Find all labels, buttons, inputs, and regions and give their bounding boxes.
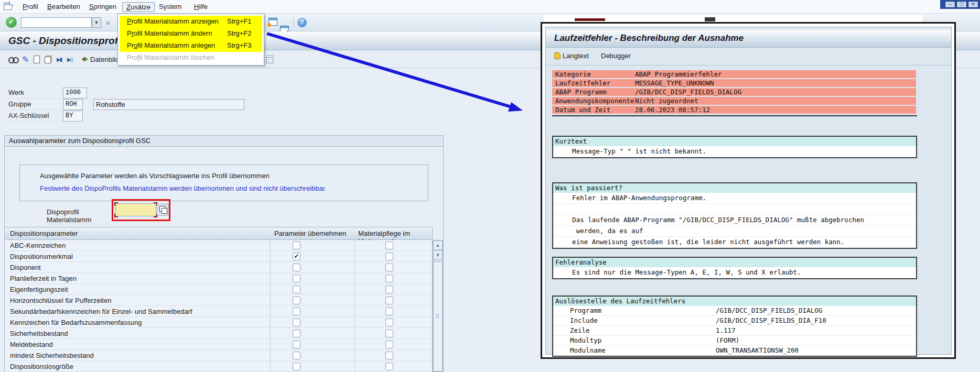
menu-item-zustze[interactable]: Zusätze xyxy=(122,2,155,12)
help-icon[interactable]: ? xyxy=(297,18,307,27)
cropped-mark xyxy=(575,18,605,21)
enter-icon[interactable]: ✓ xyxy=(6,17,17,28)
scrollbar-thumb[interactable]: ⠿ xyxy=(433,261,443,371)
command-input[interactable] xyxy=(21,17,92,28)
background-checkbox[interactable] xyxy=(385,297,393,304)
param-checkbox[interactable]: ✔ xyxy=(293,253,300,260)
menu-item-profil[interactable]: Profil xyxy=(19,2,42,12)
table-row: Dispositionsmerkmal✔ xyxy=(5,251,432,262)
werk-field[interactable]: 1000 xyxy=(63,87,87,99)
collapse-toolbar-icon[interactable]: « xyxy=(106,18,110,27)
dropdown-item[interactable]: Profil Materialstamm ändernStrg+F2 xyxy=(120,28,262,40)
param-checkbox[interactable] xyxy=(293,341,300,348)
background-checkbox[interactable] xyxy=(385,319,393,326)
divider-line xyxy=(552,115,917,116)
system-menu-icon[interactable] xyxy=(4,3,12,10)
command-dropdown-icon[interactable]: ▼ xyxy=(92,17,101,28)
gruppe-field[interactable]: ROH xyxy=(63,99,83,110)
location-field-label: Include xyxy=(570,316,598,325)
error-field-row: LaufzeitfehlerMESSAGE_TYPE_UNKNOWN xyxy=(552,79,916,87)
background-checkbox[interactable] xyxy=(385,264,393,271)
scrollbar-grip: ⠿ xyxy=(435,313,439,320)
scroll-document-icon xyxy=(554,52,561,59)
table-row: Dispositionslosgröße xyxy=(5,361,432,372)
create-icon[interactable] xyxy=(34,54,40,64)
ausloesestelle-box: Auslösestelle des Laufzeitfehlers Progra… xyxy=(552,296,917,357)
display-icon[interactable] xyxy=(8,54,19,64)
background-checkbox[interactable] xyxy=(385,330,393,337)
was-ist-passiert-lines: Fehler im ABAP-Anwendungsprogramm. Das l… xyxy=(553,193,916,248)
param-checkbox[interactable] xyxy=(293,264,300,271)
fehleranalyse-box: Fehleranalyse Es sind nur die Message-Ty… xyxy=(552,257,917,279)
last-screen-icon[interactable]: ▶▯ xyxy=(67,54,72,64)
param-checkbox[interactable] xyxy=(293,275,300,282)
background-checkbox[interactable] xyxy=(385,308,393,315)
row-label: Dispositionsmerkmal xyxy=(10,253,73,260)
menu-item-hilfe[interactable]: Hilfe xyxy=(190,2,211,12)
table-row: Eigenfertigungszeit xyxy=(5,284,432,295)
was-ist-passiert-box: Was ist passiert? Fehler im ABAP-Anwendu… xyxy=(552,182,917,249)
param-checkbox[interactable] xyxy=(293,297,300,304)
debugger-button[interactable]: Debugger xyxy=(601,52,631,60)
dropdown-item[interactable]: Profil Materialstamm anlegenStrg+F3 xyxy=(120,40,262,52)
copy-icon[interactable] xyxy=(45,54,52,64)
menu-item-system[interactable]: System xyxy=(155,2,185,12)
dropdown-item-label: Profil Materialstamm anzeigen xyxy=(127,16,219,27)
maximize-button[interactable]: □ xyxy=(956,1,967,8)
text-line: Das laufende ABAP-Programm "/GIB/DCC_DIS… xyxy=(553,215,916,226)
menu-item-springen[interactable]: Springen xyxy=(85,2,120,12)
toolbar-extra-icon[interactable] xyxy=(266,54,273,64)
location-field-value: OWN_TRANSAKTIONSW_200 xyxy=(716,346,799,355)
param-checkbox[interactable] xyxy=(293,330,300,337)
annotation-black-box: Laufzeitfehler - Beschreibung der Ausnah… xyxy=(541,22,956,359)
location-field-label: Zeile xyxy=(570,326,590,335)
popup-toolbar: Langtext Debugger xyxy=(546,48,951,65)
zusaetze-dropdown-menu: Profil Materialstamm anzeigenStrg+F1Prof… xyxy=(117,14,264,65)
background-checkbox[interactable] xyxy=(385,286,393,293)
dropdown-item[interactable]: Profil Materialstamm anzeigenStrg+F1 xyxy=(120,16,262,28)
table-row: Planlieferzeit in Tagen xyxy=(5,273,432,284)
param-checkbox[interactable] xyxy=(293,286,300,293)
background-checkbox[interactable] xyxy=(385,341,393,348)
param-checkbox[interactable] xyxy=(293,319,300,326)
next-screen-icon[interactable]: ▶▮ xyxy=(57,54,61,64)
param-checkbox[interactable] xyxy=(293,242,300,249)
location-field-value: 1.117 xyxy=(716,326,736,335)
annotation-red-box xyxy=(112,199,170,221)
param-checkbox[interactable] xyxy=(293,308,300,315)
location-field-row: Programm/GIB/DCC_DISP_FIELDS_DIALOG xyxy=(553,306,916,316)
error-field-value: 28.06.2023 08:57:12 xyxy=(635,106,710,114)
gruppe-label: Gruppe xyxy=(8,100,61,110)
dispoprofil-label: Dispoprofil Materialstamm xyxy=(47,208,113,224)
background-checkbox[interactable] xyxy=(385,352,393,359)
ax-schluessel-field[interactable]: BY xyxy=(63,111,83,122)
popup-title-band: Laufzeitfehler - Beschreibung der Ausnah… xyxy=(546,30,951,48)
error-field-label: Kategorie xyxy=(555,70,591,78)
dropdown-item[interactable]: Profil Materialstamm löschen xyxy=(120,52,262,64)
scroll-down-icon[interactable]: ▼ xyxy=(433,250,443,260)
minimize-button[interactable]: – xyxy=(945,1,955,8)
menu-item-bearbeiten[interactable]: Bearbeiten xyxy=(44,2,84,12)
background-checkbox[interactable] xyxy=(385,242,393,249)
param-checkbox[interactable] xyxy=(293,363,300,370)
scroll-up-icon[interactable]: ▲ xyxy=(433,240,443,250)
row-label: Eigenfertigungszeit xyxy=(10,286,68,293)
change-pencil-icon[interactable]: ✎ xyxy=(22,54,29,64)
location-field-value: /GIB/DCC_DISP_FIELDS_DIALOG xyxy=(716,306,822,315)
background-checkbox[interactable] xyxy=(385,275,393,282)
table-row: Disponent xyxy=(5,262,432,273)
row-label: Kennzeichen für Bedarfszusammenfassung xyxy=(10,319,142,326)
new-session-icon[interactable] xyxy=(268,18,277,26)
table-scrollbar[interactable]: ▲ ▼ ⠿ xyxy=(433,240,443,372)
close-button[interactable]: ✕ xyxy=(968,1,978,8)
location-field-row: ModulnameOWN_TRANSAKTIONSW_200 xyxy=(553,346,916,356)
text-line xyxy=(553,204,916,215)
green-arrow-icon xyxy=(84,57,88,62)
error-field-row: AnwendungskomponenteNicht zugeordnet xyxy=(552,97,916,105)
param-checkbox[interactable] xyxy=(293,352,300,359)
background-checkbox[interactable] xyxy=(385,363,393,370)
background-checkbox[interactable] xyxy=(385,253,393,260)
error-field-value: ABAP Programmierfehler xyxy=(635,70,722,78)
langtext-button[interactable]: Langtext xyxy=(554,52,589,60)
dropdown-item-label: Profil Materialstamm anlegen xyxy=(127,40,215,51)
